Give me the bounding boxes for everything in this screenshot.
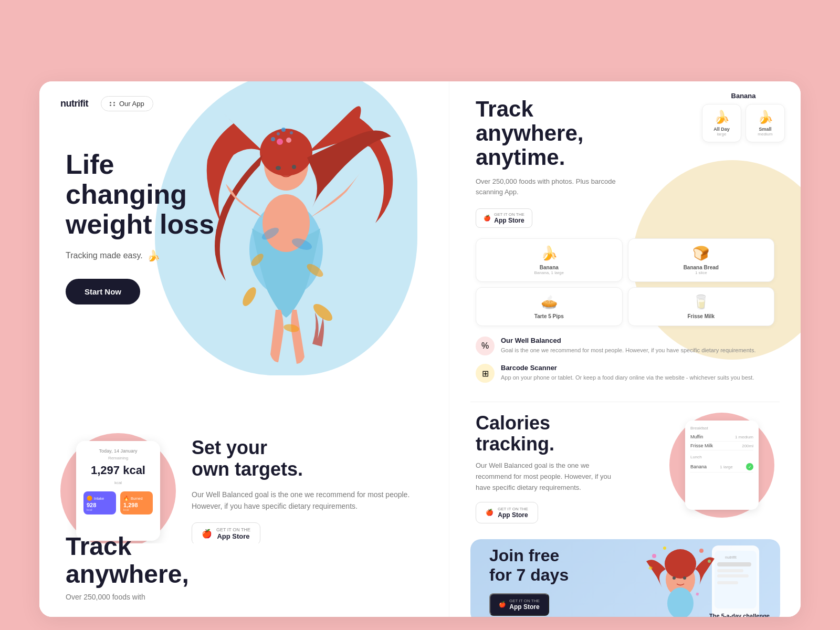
food-card-1: 🍞 Banana Bread 1 slice [628, 238, 775, 282]
feature-icon-0: % [476, 337, 495, 355]
right-track-desc: Over 250,000 foods with photos. Plus bar… [476, 176, 633, 198]
right-panel: Track anywhere, anytime. Over 250,000 fo… [449, 81, 801, 617]
join-illustration: nutrifit [633, 539, 780, 617]
intake-label: 🟠 Intake [87, 496, 113, 501]
phone-bars: 🟠 Intake 928 kcal 🔥 Burned 1,298 [83, 491, 153, 514]
phone-kcal-value: 1,297 kcal [83, 464, 153, 477]
apple-icon-join: 🍎 [499, 601, 506, 608]
phone-kcal-label: kcal [83, 480, 153, 485]
banana-card-all-day: 🍌 All Day large [702, 104, 741, 142]
svg-point-10 [240, 285, 259, 308]
svg-point-18 [286, 138, 291, 143]
track-title-bottom: Track anywhere, [66, 533, 423, 589]
svg-rect-25 [717, 581, 738, 584]
cal-row-0: Muffin 1 medium [690, 433, 753, 442]
logo: nutrifit [60, 98, 88, 109]
svg-rect-22 [717, 562, 751, 566]
food-card-2: 🥧 Tarte 5 Pips [476, 287, 623, 326]
outer-right [801, 0, 840, 630]
targets-title: Set your own targets. [192, 437, 428, 480]
svg-text:nutrifit: nutrifit [725, 555, 737, 560]
svg-point-16 [290, 131, 293, 134]
feature-text-0: Our Well Balanced Goal is the one we rec… [501, 337, 755, 355]
right-top-app-store[interactable]: 🍎 GET IT ON THE App Store [476, 208, 532, 228]
join-section: Join free for 7 days 🍎 GET IT ON THE App… [449, 534, 801, 617]
targets-section: Today, 14 January Remaining 1,297 kcal k… [39, 433, 449, 549]
calories-text: Calories tracking. Our Well Balanced goa… [476, 413, 623, 523]
food-card-0: 🍌 Banana Banana, 1 large [476, 238, 623, 282]
right-track-section: Track anywhere, anytime. Over 250,000 fo… [449, 81, 801, 402]
join-app-store-button[interactable]: 🍎 GET IT ON THE App Store [489, 593, 549, 616]
join-title: Join free for 7 days [489, 546, 569, 585]
food-card-3: 🥛 Frisse Milk [628, 287, 775, 326]
phone-card: Today, 14 January Remaining 1,297 kcal k… [76, 441, 160, 541]
nav-app-label: Our App [119, 100, 144, 108]
join-text: Join free for 7 days 🍎 GET IT ON THE App… [489, 546, 569, 616]
banana-card-name-2: Small [753, 127, 777, 132]
calories-store-text: GET IT ON THE App Store [498, 507, 528, 519]
hero-illustration [144, 81, 428, 375]
banana-cards-area: Banana 🍌 All Day large 🍌 Small medium [702, 92, 785, 142]
track-desc-bottom: Over 250,000 foods with [66, 593, 423, 601]
outer-left [0, 0, 39, 630]
banana-card-emoji-1: 🍌 [710, 110, 733, 124]
cal-green-dot: ✓ [746, 463, 753, 470]
calories-section: Calories tracking. Our Well Balanced goa… [449, 402, 801, 534]
outer-bottom [0, 617, 840, 630]
banana-card-title: Banana [702, 92, 785, 100]
svg-point-14 [277, 132, 280, 135]
start-now-button[interactable]: Start Now [66, 279, 140, 304]
svg-rect-36 [696, 593, 699, 596]
cal-row-2: Banana 1 large ✓ [690, 461, 753, 472]
burned-bar: 🔥 Burned 1,298 kcal [120, 491, 153, 514]
feature-text-1: Barcode Scanner App on your phone or tab… [501, 364, 754, 382]
calories-app-store-button[interactable]: 🍎 GET IT ON THE App Store [476, 502, 538, 523]
phone-mockup-circle: Today, 14 January Remaining 1,297 kcal k… [60, 433, 176, 549]
feature-item-1: ⊞ Barcode Scanner App on your phone or t… [476, 364, 774, 383]
phone-remaining-label: Remaining [83, 456, 153, 460]
intake-value: 928 [87, 502, 113, 508]
svg-point-13 [271, 137, 275, 141]
banana-card-sub-2: medium [753, 132, 777, 136]
join-card: Join free for 7 days 🍎 GET IT ON THE App… [470, 539, 780, 617]
svg-point-15 [281, 128, 286, 132]
burned-unit: kcal [123, 508, 150, 511]
calories-desc: Our Well Balanced goal is the one we rec… [476, 460, 623, 493]
intake-bar: 🟠 Intake 928 kcal [83, 491, 116, 514]
calories-phone-card: Breakfast Muffin 1 medium Frisse Milk 20… [685, 421, 759, 510]
svg-point-28 [673, 576, 676, 580]
svg-point-31 [652, 554, 656, 558]
svg-point-34 [708, 560, 711, 563]
outer-top [0, 0, 840, 81]
targets-text: Set your own targets. Our Well Balanced … [192, 437, 428, 545]
left-panel: nutrifit Our App [39, 81, 449, 617]
banana-card-name-1: All Day [710, 127, 733, 132]
features-list: % Our Well Balanced Goal is the one we r… [476, 337, 774, 383]
svg-point-27 [665, 549, 696, 579]
calories-title: Calories tracking. [476, 413, 623, 454]
cal-breakfast-label: Breakfast [690, 426, 753, 430]
banana-card-emoji-2: 🍌 [753, 110, 777, 124]
right-app-store-text: GET IT ON THE App Store [494, 212, 524, 224]
burned-value: 1,298 [123, 502, 150, 508]
calories-inner: Calories tracking. Our Well Balanced goa… [476, 413, 774, 523]
feature-item-0: % Our Well Balanced Goal is the one we r… [476, 337, 774, 355]
apple-icon-right: 🍎 [484, 215, 491, 222]
intake-unit: kcal [87, 508, 113, 511]
challenge-label: The 5-a-day challenge [709, 613, 770, 617]
burned-label: 🔥 Burned [123, 496, 150, 501]
svg-point-29 [683, 576, 686, 580]
nav-dots-icon [110, 102, 116, 106]
svg-point-4 [276, 166, 281, 170]
feature-icon-1: ⊞ [476, 364, 495, 383]
food-grid: 🍌 Banana Banana, 1 large 🍞 Banana Bread … [476, 238, 774, 326]
track-anywhere-bottom: Track anywhere, Over 250,000 foods with [39, 543, 449, 617]
phone-date: Today, 14 January [83, 448, 153, 454]
apple-icon-calories: 🍎 [486, 509, 494, 516]
targets-desc: Our Well Balanced goal is the one we rec… [192, 489, 428, 512]
cal-row-1: Frisse Milk 200ml [690, 442, 753, 450]
svg-point-3 [260, 129, 312, 176]
svg-rect-24 [717, 574, 749, 578]
main-card: nutrifit Our App [39, 81, 801, 617]
banana-card-small: 🍌 Small medium [746, 104, 785, 142]
